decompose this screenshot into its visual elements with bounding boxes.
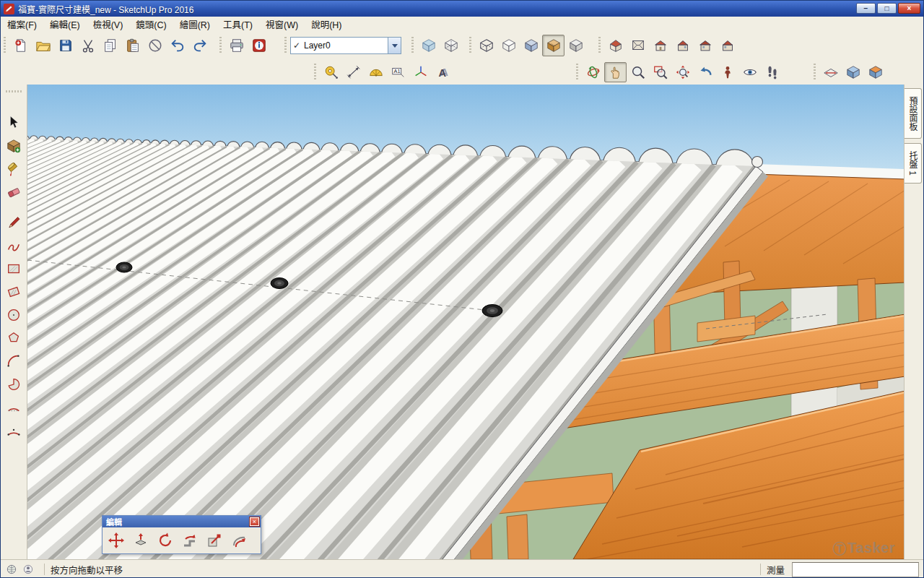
text-button[interactable]: A1 [387,62,409,82]
minimize-button[interactable]: − [856,3,876,14]
section-toolbar-group [811,62,886,82]
tray-tab-1[interactable]: 托盤 1 [905,143,922,184]
make-component-button[interactable] [3,135,25,157]
new-button[interactable] [9,35,32,56]
edit-palette[interactable]: 編輯 × [102,515,261,554]
shaded-with-textures-button[interactable] [542,35,565,56]
print-info-toolbar-group [217,35,270,56]
paint-bucket-button[interactable] [3,158,25,180]
tape-measure-button[interactable] [320,62,342,82]
paste-button[interactable] [121,35,144,56]
rotate-button[interactable] [153,529,178,552]
show-section-planes-button[interactable] [842,62,864,82]
walk-button[interactable] [761,62,783,82]
tray-tab-0[interactable]: 預設面板 [905,88,922,139]
scale-button[interactable] [202,529,227,552]
pan-button[interactable] [604,62,627,82]
paste-icon [125,38,141,53]
rotated-rectangle-button[interactable] [3,281,25,303]
svg-text:A: A [438,67,446,79]
right-view-button[interactable] [671,35,694,56]
edit-palette-close-button[interactable]: × [250,517,259,526]
left-view-button[interactable] [716,35,738,56]
viewport-3d-scene[interactable] [27,85,904,559]
iso-view-button[interactable] [604,35,627,56]
geolocation-icon[interactable] [5,564,17,576]
menu-e[interactable]: 編輯(E) [43,16,87,33]
line-button[interactable] [3,212,25,233]
viewport[interactable]: 編輯 × Ⓣ Tasker [27,85,904,559]
edit-palette-titlebar[interactable]: 編輯 × [103,516,261,527]
pushpull-icon [132,532,149,549]
two-point-arc-button[interactable] [3,397,25,418]
freehand-icon [6,238,22,254]
zoom-extents-button[interactable] [671,62,694,82]
menu-t[interactable]: 工具(T) [217,16,259,33]
eraser-icon [6,184,22,200]
standard-toolbar-group [1,35,211,56]
three-point-arc-button[interactable] [3,420,25,441]
pie-button[interactable] [3,374,25,395]
redo-button[interactable] [188,35,211,56]
eraser-button[interactable] [3,181,25,203]
arc-button[interactable] [3,350,25,372]
xray-icon [421,38,437,53]
credits-person-icon[interactable] [22,564,34,576]
axes-button[interactable] [409,62,432,82]
rectangle-button[interactable] [3,258,25,280]
cut-button[interactable] [77,35,99,56]
model-info-button[interactable] [248,35,270,56]
layer-dropdown-arrow[interactable] [388,38,401,53]
offset-button[interactable] [227,529,251,552]
previous-view-button[interactable] [694,62,716,82]
followme-icon [181,532,199,549]
look-around-button[interactable] [738,62,761,82]
hidden-line-button[interactable] [497,35,520,56]
main-toolbar: ✓Layer0 [1,32,923,60]
back-edges-button[interactable] [440,35,462,56]
follow-me-button[interactable] [178,529,202,552]
select-button[interactable] [3,112,25,134]
menu-c[interactable]: 鏡頭(C) [129,16,173,33]
measurement-input[interactable] [792,562,919,577]
move-button[interactable] [104,529,128,552]
zoom-window-button[interactable] [649,62,671,82]
menu-w[interactable]: 視窗(W) [259,16,305,33]
layer-dropdown[interactable]: ✓Layer0 [290,37,401,54]
3d-text-button[interactable]: AA [432,62,454,82]
save-button[interactable] [54,35,77,56]
statusbar: 按方向拖動以平移 測量 [1,559,923,578]
zoom-button[interactable] [627,62,649,82]
top-view-button[interactable] [627,35,649,56]
open-button[interactable] [32,35,54,56]
monochrome-button[interactable] [565,35,587,56]
freehand-button[interactable] [3,235,25,256]
position-camera-button[interactable] [716,62,738,82]
menu-f[interactable]: 檔案(F) [1,16,43,33]
print-button[interactable] [225,35,248,56]
show-section-cuts-button[interactable] [864,62,886,82]
x-ray-button[interactable] [417,35,440,56]
back-view-button[interactable] [694,35,716,56]
shaded-button[interactable] [520,35,542,56]
wireframe-button[interactable] [475,35,497,56]
watermark: Ⓣ Tasker [832,538,895,558]
undo-button[interactable] [166,35,188,56]
view-left-icon [720,38,736,53]
protractor-button[interactable] [365,62,387,82]
menu-r[interactable]: 繪圖(R) [173,16,217,33]
section-plane-button[interactable] [819,62,842,82]
menu-h[interactable]: 說明(H) [305,16,348,33]
polygon-button[interactable] [3,327,25,349]
copy-button[interactable] [99,35,121,56]
dimension-button[interactable] [342,62,365,82]
erase-button[interactable] [144,35,166,56]
maximize-button[interactable]: □ [877,3,897,14]
circle-button[interactable] [3,304,25,326]
push-pull-button[interactable] [128,529,153,552]
close-button[interactable]: × [898,3,920,14]
front-view-button[interactable] [649,35,671,56]
orbit-button[interactable] [582,62,604,82]
views-toolbar-group [596,35,738,56]
menu-v[interactable]: 檢視(V) [87,16,130,33]
